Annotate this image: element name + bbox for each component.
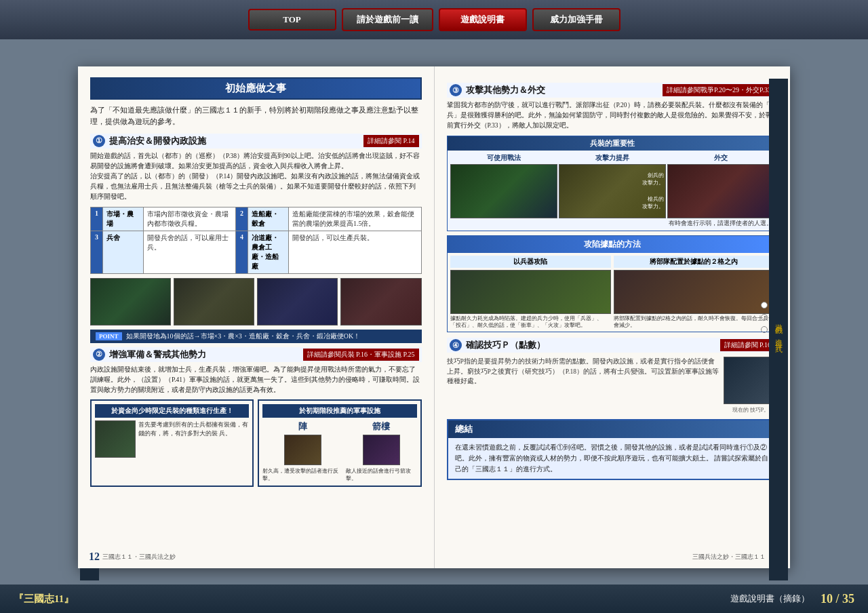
section2-num: ②	[93, 349, 105, 361]
right-side-tab-text: 遊戲の進行方式	[774, 318, 784, 341]
attack-col-2: 將部隊配置於據點的２格之內 將部隊配置到據點的2格之內的話，耐久時不會恢復。每回…	[614, 256, 774, 330]
section3-body: 鞏固我方都市的防守後，就可以進行戰鬥。派部隊出征（P.20）時，請務必要裝配兵裝…	[447, 100, 778, 132]
bottom-box-1-title: 於資金尚少時限定兵裝的種類進行生產！	[95, 404, 249, 418]
section1-header: ① 提高治安＆開發內政設施 詳細請參閱 P.14	[90, 134, 422, 149]
summary-title: 總結	[448, 420, 777, 438]
footer-bar: 『三國志11』 遊戲說明書（摘錄） 10 / 35	[0, 585, 868, 613]
bottom-box-2: 於初期階段推薦的軍事設施 陣 射久高，遭受攻擊的話者進行反擊。 箭樓 敵人接近的…	[258, 399, 421, 487]
footer-page-total: 35	[842, 592, 854, 606]
section2-header: ② 增強軍備＆警戒其他勢力 詳細請參閱兵裝 P.16・軍事設施 P.25	[90, 347, 422, 362]
nav-top-button[interactable]: TOP	[248, 9, 336, 31]
bottom-box-1-content: 首先要考慮到所有的士兵都擁有裝備，有錢的有，將，有許多對大的裝 兵。	[95, 420, 249, 458]
weapons-col-3-img	[667, 164, 774, 218]
section3-num: ③	[450, 84, 462, 96]
weapons-box-title: 兵裝的重要性	[448, 136, 778, 151]
section3-ref: 詳細請參閱戰爭P.20〜29・外交P.33	[663, 84, 775, 96]
section4-ref: 詳細請參閱 P.16	[720, 339, 775, 351]
bottom-box-2-desc1: 射久高，遭受攻擊的話者進行反擊。	[262, 467, 343, 482]
screenshots-row	[90, 278, 422, 325]
attack-col-1-desc: 據點耐久力耗光成為時陷落。建趕的兵力少時，使用「兵器」、「投石」、耐久低的話，使…	[450, 315, 611, 330]
bottom-box-1: 於資金尚少時限定兵裝的種類進行生產！ 首先要考慮到所有的士兵都擁有裝備，有錢的有…	[90, 399, 254, 487]
attack-col-2-img	[614, 270, 774, 314]
section4-title: 確認技巧Ｐ（點數）	[466, 339, 545, 351]
footer-page-current: 10	[821, 592, 833, 606]
nav-before-play-button[interactable]: 請於遊戲前一讀	[342, 8, 433, 31]
facility-row-1-name: 市場・農場	[103, 207, 144, 231]
facility-row-1-num: 1	[91, 207, 103, 231]
page-right: ③ 攻擊其他勢力＆外交 詳細請參閱戰爭P.20〜29・外交P.33 鞏固我方都市…	[434, 66, 791, 568]
section4-body: 技巧P指的是要提昇勢力的技術力時所需的點數。開發內政設施，或者是實行指令的話便會…	[447, 357, 720, 386]
facility-row-2-name: 造船廠・穀倉	[248, 207, 288, 231]
book: 初始應做之事 為了「不知道最先應該做什麼」的三國志１１的新手，特別將於初期階段應…	[78, 66, 790, 568]
bottom-box-2-content: 陣 射久高，遭受攻擊的話者進行反擊。 箭樓 敵人接近的話會進行弓箭攻擊。	[262, 420, 416, 482]
nav-bar: TOP 請於遊戲前一讀 遊戲說明書 威力加強手冊	[0, 0, 868, 39]
footer-right: 遊戲說明書（摘錄） 10 / 35	[730, 592, 854, 606]
page-subtitle-right: 三國兵法之妙・三國志１１	[692, 553, 766, 561]
bottom-box-2-title: 於初期階段推薦的軍事設施	[262, 404, 416, 418]
scroll-dot-3[interactable]	[761, 326, 768, 333]
section4-ref-text: 現在的 技巧P。	[732, 406, 769, 414]
nav-manual-button[interactable]: 遊戲說明書	[439, 8, 527, 31]
attack-col-2-title: 將部隊配置於據點的２格之內	[614, 256, 774, 268]
weapons-col-3: 外交 有時會進行示弱，請選擇使者的人選。	[667, 153, 774, 228]
point-text: 如果開發地為10個的話→市場×3・農×3・造船廠・穀倉・兵舍・鍛冶廠便OK！	[126, 332, 361, 341]
scroll-dot-1[interactable]	[761, 302, 768, 309]
facility-row-4-name: 冶道廠・農倉工廠・造船廠	[248, 231, 288, 273]
page-subtitle-left: 三國志１１・三國兵法之妙	[102, 553, 176, 561]
scroll-dot-2[interactable]	[761, 314, 768, 321]
facility-row-3-num: 3	[91, 231, 103, 273]
weapons-col-2-img: 劍兵的攻擊力。 槍兵的攻擊力。	[559, 164, 666, 218]
section1-title: 提高治安＆開發內政設施	[109, 135, 206, 147]
nav-power-up-button[interactable]: 威力加強手冊	[532, 8, 620, 31]
screenshot-1	[90, 278, 171, 325]
weapons-col-1-title: 可使用戰法	[487, 153, 521, 163]
bottom-box-1-desc: 首先要考慮到所有的士兵都擁有裝備，有錢的有，將，有許多對大的裝 兵。	[138, 420, 249, 458]
facility-row-3-name: 兵舍	[103, 231, 144, 273]
facility-row-4-num: 4	[235, 231, 248, 273]
attack-content: 以兵器攻陷 據點耐久力耗光成為時陷落。建趕的兵力少時，使用「兵器」、「投石」、耐…	[448, 253, 778, 332]
section3-header: ③ 攻擊其他勢力＆外交 詳細請參閱戰爭P.20〜29・外交P.33	[447, 83, 778, 98]
screenshot-3	[257, 278, 338, 325]
left-intro-text: 為了「不知道最先應該做什麼」的三國志１１的新手，特別將於初期階段應做之事及應注意…	[90, 105, 422, 128]
screenshot-2	[174, 278, 254, 325]
attack-col-1: 以兵器攻陷 據點耐久力耗光成為時陷落。建趕的兵力少時，使用「兵器」、「投石」、耐…	[450, 256, 611, 330]
attack-box-title: 攻陷據點的方法	[448, 236, 778, 253]
attack-col-2-desc: 將部隊配置到據點的2格之內的話，耐久時不會恢復。每回合士兵也會減少。	[614, 315, 774, 330]
section3-title: 攻擊其他勢力＆外交	[466, 84, 545, 96]
footer-title: 『三國志11』	[14, 593, 74, 606]
attack-col-1-title: 以兵器攻陷	[450, 256, 611, 268]
weapons-box-content: 可使用戰法 攻擊力提昇 劍兵的攻擊力。 槍兵的攻擊力。 外交 有時會進行示弱，請	[448, 151, 778, 231]
facility-row-1-desc: 市場內部市徵收資金・農場內都市徵收兵糧。	[144, 207, 236, 231]
screenshot-4	[340, 278, 421, 325]
bottom-box-1-img	[95, 420, 136, 458]
main-content: 遊戲の進行方式 初始應做之事 為了「不知道最先應該做什麼」的三國志１１的新手，特…	[0, 39, 868, 595]
attack-box: 攻陷據點的方法 以兵器攻陷 據點耐久力耗光成為時陷落。建趕的兵力少時，使用「兵器…	[447, 235, 778, 333]
facility-row-2-num: 2	[235, 207, 248, 231]
facility-row-3-desc: 開發兵舍的話，可以雇用士兵。	[144, 231, 236, 273]
point-bar: POINT 如果開發地為10個的話→市場×3・農×3・造船廠・穀倉・兵舍・鍛冶廠…	[90, 330, 422, 343]
page-num-left: 12	[89, 551, 100, 563]
weapons-col-3-desc: 有時會進行示弱，請選擇使者的人選。	[669, 220, 772, 228]
section4-num: ④	[450, 339, 462, 351]
facility-table: 1 市場・農場 市場內部市徵收資金・農場內都市徵收兵糧。 2 造船廠・穀倉 造船…	[90, 207, 422, 274]
footer-page-num: 10 / 35	[821, 592, 854, 606]
bottom-box-2-desc2: 敵人接近的話會進行弓箭攻擊。	[346, 467, 416, 482]
weapons-col-2-title: 攻擊力提昇	[595, 153, 629, 163]
facility-row-4-desc: 開發的話，可以生產兵裝。	[288, 231, 421, 273]
item-label-1: 陣	[298, 420, 307, 433]
weapons-col-2: 攻擊力提昇 劍兵的攻擊力。 槍兵的攻擊力。	[559, 153, 666, 228]
section1-num: ①	[93, 135, 105, 147]
weapons-col-1: 可使用戰法	[450, 153, 557, 228]
summary-content: 在還未習慣遊戲之前，反覆試試看①到④吧。習慣之後，開發其他的設施，或者是試試看同…	[448, 438, 777, 479]
bottom-box-2-img-1	[284, 435, 321, 465]
section2-title: 增強軍備＆警戒其他勢力	[109, 349, 206, 361]
left-main-title: 初始應做之事	[90, 77, 422, 100]
summary-box: 總結 在還未習慣遊戲之前，反覆試試看①到④吧。習慣之後，開發其他的設施，或者是試…	[447, 419, 778, 480]
section2-ref: 詳細請參閱兵裝 P.16・軍事設施 P.25	[303, 349, 419, 361]
weapons-box: 兵裝的重要性 可使用戰法 攻擊力提昇 劍兵的攻擊力。 槍兵的攻擊力。	[447, 136, 778, 231]
footer-page-separator: /	[835, 592, 839, 606]
section4-header: ④ 確認技巧Ｐ（點數） 詳細請參閱 P.16	[447, 338, 778, 353]
point-label: POINT	[96, 332, 122, 340]
bottom-box-2-img-2	[363, 435, 400, 465]
bottom-boxes: 於資金尚少時限定兵裝的種類進行生產！ 首先要考慮到所有的士兵都擁有裝備，有錢的有…	[90, 399, 422, 487]
